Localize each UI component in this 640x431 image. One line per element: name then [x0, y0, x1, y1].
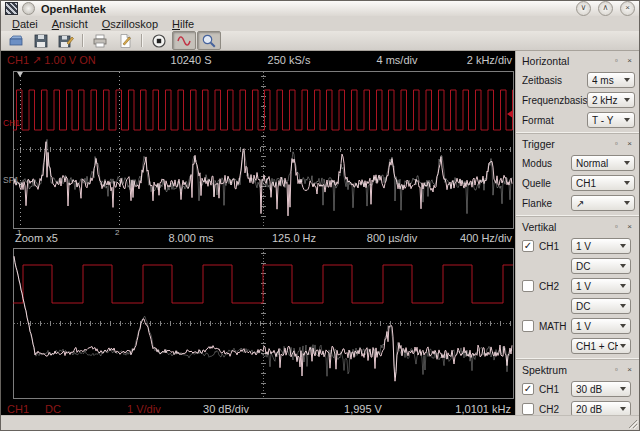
math-label: MATH	[539, 321, 571, 332]
row-math: MATH 1 V	[522, 318, 635, 334]
format-value: T - Y	[592, 115, 622, 126]
chevron-down-icon	[624, 78, 630, 82]
trigger-mode-value: Normal	[576, 158, 622, 169]
menu-oszilloskop[interactable]: Oszilloskop	[95, 18, 165, 30]
ch1-label: CH1	[539, 241, 571, 252]
zoom-frequency-span: 125.0 Hz	[272, 229, 316, 248]
ch1-coupling-select[interactable]: DC	[571, 258, 631, 274]
save-as-button[interactable]	[54, 31, 78, 50]
resize-grip[interactable]	[626, 417, 638, 429]
scope-main-graticule[interactable]: CH1SP1	[1, 70, 517, 229]
dock-close-icon[interactable]: ×	[624, 56, 635, 67]
trigger-mode-select[interactable]: Normal	[571, 155, 635, 171]
math-gain-value: 1 V	[576, 321, 618, 332]
dock-horizontal-titlebar[interactable]: Horizontal ▫ ×	[522, 54, 635, 68]
math-mode-select[interactable]: CH1 + CH2	[571, 338, 631, 354]
dock-vertical: Vertikal ▫ × CH1 1 V DC	[516, 216, 639, 359]
dock-close-icon[interactable]: ×	[624, 222, 635, 233]
modus-label: Modus	[522, 158, 571, 169]
row-ch1-coupling: DC	[522, 258, 635, 274]
close-button[interactable]: ×	[620, 1, 635, 16]
ch2-checkbox[interactable]	[522, 280, 534, 292]
dock-vertical-titlebar[interactable]: Vertikal ▫ ×	[522, 220, 635, 234]
window-title: OpenHantek	[39, 3, 569, 15]
marker-2-label[interactable]: 2	[115, 229, 119, 237]
title-bar[interactable]: OpenHantek ∨ ∧ ×	[1, 1, 639, 16]
dock-title: Horizontal	[522, 55, 609, 67]
flanke-label: Flanke	[522, 198, 571, 209]
zoom-timebase: 800 µs/div	[367, 229, 417, 248]
frequenzbasis-label: Frequenzbasis	[522, 95, 587, 106]
chevron-down-icon	[624, 181, 630, 185]
timebase-readout: 4 ms/div	[377, 51, 418, 70]
digital-phosphor-button[interactable]	[172, 31, 196, 50]
dock-float-icon[interactable]: ▫	[611, 222, 622, 233]
save-icon	[33, 33, 49, 49]
ch2-gain-select[interactable]: 1 V	[571, 278, 631, 294]
open-icon	[8, 33, 24, 49]
trigger-status: CH1 ↗ 1.00 V ON	[7, 51, 96, 70]
trigger-slope-select[interactable]: ↗	[571, 195, 635, 211]
save-button[interactable]	[29, 31, 53, 50]
spectrum-ch1-magnitude-select[interactable]: 30 dB	[571, 381, 631, 397]
dock-float-icon[interactable]: ▫	[611, 139, 622, 150]
trigger-source-select[interactable]: CH1	[571, 175, 635, 191]
chevron-down-icon	[620, 284, 626, 288]
scope-top-bar: CH1 ↗ 1.00 V ON 10240 S 250 kS/s 4 ms/di…	[1, 51, 517, 70]
frequenzbasis-select[interactable]: 2 kHz	[587, 92, 635, 108]
ch1-trace-label: CH1	[3, 118, 20, 128]
zeitbasis-value: 4 ms	[592, 75, 622, 86]
chevron-down-icon	[624, 118, 630, 122]
dock-trigger-titlebar[interactable]: Trigger ▫ ×	[522, 137, 635, 151]
ch2-coupling-select[interactable]: DC	[571, 298, 631, 314]
math-gain-select[interactable]: 1 V	[571, 318, 631, 334]
chevron-down-icon	[620, 387, 626, 391]
chevron-down-icon	[624, 201, 630, 205]
zeitbasis-select[interactable]: 4 ms	[587, 72, 635, 88]
print-icon	[92, 33, 108, 49]
menu-datei[interactable]: Datei	[5, 18, 45, 30]
status-strip	[1, 415, 639, 430]
math-checkbox[interactable]	[522, 320, 534, 332]
quelle-label: Quelle	[522, 178, 571, 189]
ch1-checkbox[interactable]	[522, 240, 534, 252]
dock-spectrum-titlebar[interactable]: Spektrum ▫ ×	[522, 363, 635, 377]
math-mode-value: CH1 + CH2	[576, 341, 618, 352]
row-spectrum-ch1: CH1 30 dB	[522, 381, 635, 397]
row-ch2: CH2 1 V	[522, 278, 635, 294]
toolbar-separator	[82, 34, 84, 47]
open-button[interactable]	[4, 31, 28, 50]
menu-hilfe[interactable]: Hilfe	[165, 18, 201, 30]
dock-spectrum: Spektrum ▫ × CH1 30 dB CH2 20 dB	[516, 359, 639, 419]
chevron-down-icon	[620, 244, 626, 248]
record-button[interactable]	[147, 31, 171, 50]
scope-display: CH1 ↗ 1.00 V ON 10240 S 250 kS/s 4 ms/di…	[1, 51, 517, 419]
format-label: Format	[522, 115, 587, 126]
ch1-gain-value: 1 V	[576, 241, 618, 252]
chevron-down-icon	[620, 324, 626, 328]
row-math-mode: CH1 + CH2	[522, 338, 635, 354]
dock-float-icon[interactable]: ▫	[611, 365, 622, 376]
zoom-frequencybase: 400 Hz/div	[460, 229, 512, 248]
ch1-gain-select[interactable]: 1 V	[571, 238, 631, 254]
dock-close-icon[interactable]: ×	[624, 139, 635, 150]
ch2-gain-value: 1 V	[576, 281, 618, 292]
spectrum-ch2-checkbox[interactable]	[522, 403, 534, 415]
format-select[interactable]: T - Y	[587, 112, 635, 128]
frequencybase-readout: 2 kHz/div	[467, 51, 512, 70]
dock-trigger: Trigger ▫ × Modus Normal Quelle CH1	[516, 133, 639, 216]
spectrum-ch1-checkbox[interactable]	[522, 383, 534, 395]
maximize-button[interactable]: ∧	[598, 1, 613, 16]
openhantek-window: OpenHantek ∨ ∧ × Datei Ansicht Oszillosk…	[0, 0, 640, 431]
zoom-duration: 8.000 ms	[168, 229, 213, 248]
row-zeitbasis: Zeitbasis 4 ms	[522, 72, 635, 88]
menu-ansicht[interactable]: Ansicht	[45, 18, 95, 30]
scope-zoom-graticule[interactable]	[1, 248, 517, 399]
zoom-button[interactable]	[197, 31, 221, 50]
dock-close-icon[interactable]: ×	[624, 365, 635, 376]
minimize-button[interactable]: ∨	[576, 1, 591, 16]
samplerate: 250 kS/s	[268, 51, 311, 70]
print-button[interactable]	[88, 31, 112, 50]
export-button[interactable]	[113, 31, 137, 50]
dock-float-icon[interactable]: ▫	[611, 56, 622, 67]
